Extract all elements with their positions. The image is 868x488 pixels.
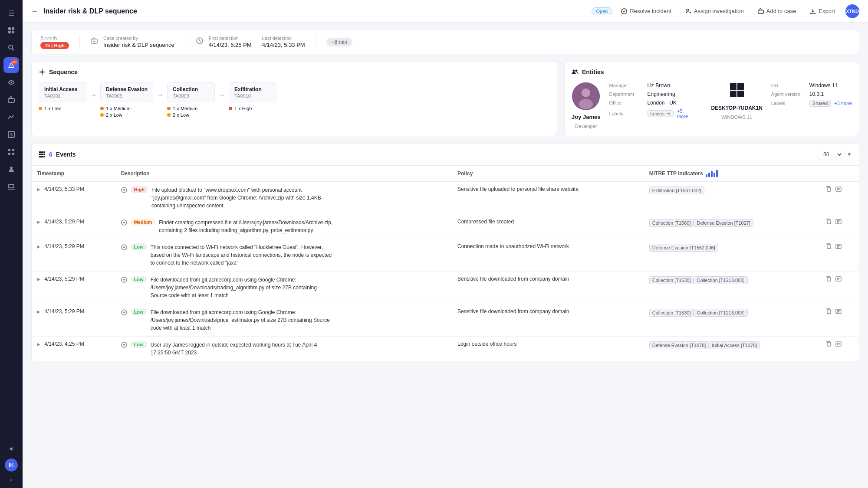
sidebar-briefcase-icon[interactable] [3, 92, 19, 108]
details-button[interactable] [835, 308, 842, 316]
timestamp-cell: ▶ 4/14/23, 5:29 PM [32, 304, 116, 337]
seq-alert: 2 x Low [167, 112, 215, 118]
expand-button[interactable]: ▶ [37, 244, 40, 249]
description-cell: High File upload blocked to "www.dropbox… [116, 182, 452, 214]
copy-button[interactable] [826, 243, 832, 251]
sidebar-home-icon[interactable] [3, 23, 19, 38]
svg-point-31 [582, 88, 590, 97]
actions-cell [821, 239, 859, 272]
ttp-tag[interactable]: Defense Evasion [T1078] [649, 341, 709, 349]
shared-label: Shared [809, 100, 831, 107]
description-text: Finder creating compressed file at /User… [159, 219, 341, 234]
timestamp-value: 4/14/23, 5:33 PM [44, 186, 84, 192]
meta-bar: Severity 75 | High Case created by Insid… [31, 29, 859, 54]
svg-rect-41 [41, 154, 43, 155]
description-text: User Joy James logged in outside expecte… [151, 341, 333, 357]
details-button[interactable] [835, 219, 842, 226]
ttp-tag[interactable]: Collection [T1530] [649, 276, 694, 284]
ttp-tag[interactable]: Collection [T1213.003] [694, 309, 747, 317]
copy-button[interactable] [826, 276, 832, 283]
ttp-tag[interactable]: Defense Evasion [T1027] [694, 219, 753, 227]
policy-cell: Compressed file created [452, 214, 644, 239]
user-menu-button[interactable]: XTND [845, 4, 859, 18]
ttp-tag[interactable]: Exfiltration [T1567.002] [649, 187, 704, 194]
user-avatar[interactable]: IK [5, 459, 18, 472]
seq-alert: 1 x Medium [100, 106, 153, 111]
ttp-cell: Collection [T1530]Collection [T1213.003] [644, 304, 821, 337]
case-label: Case created by [103, 36, 174, 41]
sidebar-dollar-icon[interactable]: $ [3, 127, 19, 142]
more-labels[interactable]: +5 more [677, 108, 693, 119]
svg-rect-37 [39, 151, 41, 153]
svg-rect-0 [8, 27, 11, 30]
seq-arrow-1: → [153, 91, 167, 99]
events-label: Events [56, 151, 76, 158]
sidebar-alert-icon[interactable]: 38 [3, 57, 19, 73]
ttp-tag[interactable]: Collection [T1213.003] [694, 276, 747, 284]
sidebar-laptop-icon[interactable] [3, 179, 19, 194]
sidebar-menu-icon[interactable]: ☰ [3, 5, 19, 21]
expand-button[interactable]: ▶ [37, 342, 40, 347]
sidebar-apps-icon[interactable] [3, 144, 19, 160]
details-button[interactable] [835, 243, 842, 251]
sidebar-chart-icon[interactable] [3, 109, 19, 125]
ttp-cell: Exfiltration [T1567.002] [644, 182, 821, 214]
col-description: Description [116, 166, 452, 182]
details-button[interactable] [835, 186, 842, 193]
assign-investigation-button[interactable]: Assign investigation [682, 6, 747, 16]
copy-button[interactable] [826, 186, 832, 193]
policy-cell: Connection made to unauthorized Wi-Fi ne… [452, 239, 644, 272]
copy-button[interactable] [826, 219, 832, 226]
expand-button[interactable]: ▶ [37, 187, 40, 192]
actions-cell [821, 214, 859, 239]
windows-icon [729, 82, 745, 102]
ttp-tag[interactable]: Defense Evasion [T1562.006] [649, 244, 718, 252]
first-detection-label: First detection [209, 36, 252, 41]
entities-title: Entities [572, 69, 852, 75]
timestamp-value: 4/14/23, 5:29 PM [44, 219, 84, 225]
svg-point-47 [123, 189, 125, 191]
sidebar-eye-icon[interactable] [3, 75, 19, 90]
table-row: ▶ 4/14/23, 5:29 PM Low File downloaded f… [32, 272, 859, 304]
sidebar-settings-icon[interactable] [3, 441, 19, 457]
page-size-select[interactable]: 50 100 25 [818, 149, 843, 160]
resolve-incident-button[interactable]: Resolve incident [618, 6, 674, 16]
actions-cell [821, 337, 859, 361]
expand-button[interactable]: ▶ [37, 219, 40, 224]
svg-rect-10 [8, 98, 14, 102]
svg-point-54 [123, 222, 125, 223]
ttp-cell: Collection [T1560]Defense Evasion [T1027… [644, 214, 821, 239]
sidebar-user-icon[interactable] [3, 161, 19, 177]
first-detection-value: 4/14/23, 5:25 PM [209, 42, 252, 48]
device-labels-row: Labels Shared +3 more [771, 100, 852, 107]
table-row: ▶ 4/14/23, 4:25 PM Low User Joy James lo… [32, 337, 859, 361]
sidebar-search-icon[interactable] [3, 40, 19, 56]
events-table: Timestamp Description Policy MITRE TTP I… [32, 166, 859, 361]
device-info: OS Windows 11 Agent version 10.3.1 Label… [771, 82, 852, 107]
ttp-tag[interactable]: Collection [T1560] [649, 219, 694, 227]
expand-button[interactable]: ▶ [37, 277, 40, 282]
expand-button[interactable]: ▶ [37, 309, 40, 314]
event-type-icon [121, 342, 127, 348]
copy-button[interactable] [826, 341, 832, 348]
export-button[interactable]: Export [806, 6, 838, 16]
ttp-tag[interactable]: Initial Access [T1078] [709, 341, 760, 349]
device-more-labels[interactable]: +3 more [834, 101, 852, 106]
briefcase-icon [758, 8, 764, 14]
sidebar-expand[interactable]: » [10, 477, 13, 483]
copy-button[interactable] [826, 308, 832, 316]
back-button[interactable]: ← [31, 7, 38, 15]
svg-point-82 [123, 344, 125, 346]
details-button[interactable] [835, 341, 842, 348]
add-to-case-button[interactable]: Add to case [754, 6, 800, 16]
device-name: DESKTOP-7UDAK1N [711, 105, 762, 111]
entity-divider [702, 82, 702, 129]
svg-rect-69 [827, 277, 831, 281]
timestamp-cell: ▶ 4/14/23, 4:25 PM [32, 337, 116, 361]
svg-rect-43 [39, 156, 41, 157]
timestamp-value: 4/14/23, 5:29 PM [44, 308, 84, 314]
ttp-tag[interactable]: Collection [T1530] [649, 309, 694, 317]
details-button[interactable] [835, 276, 842, 283]
severity-pill: Low [131, 276, 147, 283]
description-cell: Low This node connected to Wi-Fi network… [116, 239, 452, 272]
